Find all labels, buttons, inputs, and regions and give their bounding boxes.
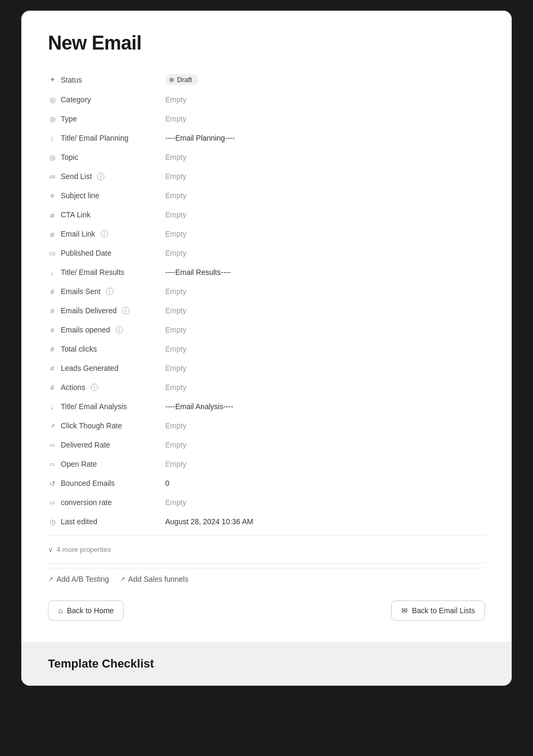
type-value[interactable]: Empty (165, 115, 485, 123)
property-label-subject-line: ≡ Subject line (48, 191, 165, 200)
property-row-last-edited: ◷ Last edited August 28, 2024 10:36 AM (48, 512, 485, 531)
open-rate-value[interactable]: Empty (165, 460, 485, 468)
relation-link-sales-funnels[interactable]: ↗ Add Sales funnels (120, 575, 189, 583)
property-row-title-planning: ↓ Title/ Email Planning ----Email Planni… (48, 128, 485, 148)
property-label-cta-link: ⌀ CTA Link (48, 210, 165, 219)
lines-icon: ≡ (48, 191, 56, 200)
hash-icon-actions: # (48, 383, 56, 392)
clock-icon: ◷ (48, 517, 56, 526)
property-label-status: ✦ Status (48, 76, 165, 84)
title-analysis-value[interactable]: ----Email Analysis---- (165, 402, 485, 411)
topic-value[interactable]: Empty (165, 153, 485, 161)
relation-label-sales-funnels: Add Sales funnels (128, 575, 189, 583)
divider-after-more (48, 563, 485, 564)
property-row-delivered-rate: ▭ Delivered Rate Empty (48, 435, 485, 454)
emails-sent-value[interactable]: Empty (165, 287, 485, 296)
divider-after-properties (48, 535, 485, 536)
category-value[interactable]: Empty (165, 95, 485, 104)
cursor-icon: ↗ (48, 421, 56, 430)
status-dot (169, 78, 174, 82)
type-label-text: Type (61, 115, 77, 123)
title-results-value[interactable]: ----Email Results---- (165, 268, 485, 277)
emails-sent-label-text: Emails Sent (61, 287, 101, 296)
subject-line-label-text: Subject line (61, 191, 99, 200)
leads-generated-value[interactable]: Empty (165, 364, 485, 372)
status-value[interactable]: Draft (165, 74, 485, 85)
back-to-home-button[interactable]: ⌂ Back to Home (48, 600, 124, 621)
bounced-emails-label-text: Bounced Emails (61, 479, 115, 487)
back-to-email-lists-button[interactable]: ✉ Back to Email Lists (391, 600, 485, 621)
download-icon-planning: ↓ (48, 134, 56, 142)
property-label-emails-opened: # Emails opened i (48, 326, 165, 334)
emails-opened-value[interactable]: Empty (165, 326, 485, 334)
property-row-topic: ◎ Topic Empty (48, 148, 485, 167)
click-through-rate-value[interactable]: Empty (165, 421, 485, 430)
actions-label-text: Actions (61, 383, 85, 392)
property-label-emails-delivered: # Emails Delivered i (48, 306, 165, 315)
property-label-published-date: ▭ Published Date (48, 249, 165, 257)
property-row-category: ◎ Category Empty (48, 90, 485, 109)
hash-icon-total-clicks: # (48, 345, 56, 353)
emails-opened-label-text: Emails opened (61, 326, 110, 334)
category-label-text: Category (61, 95, 91, 104)
send-list-value[interactable]: Empty (165, 172, 485, 181)
property-label-leads-generated: # Leads Generated (48, 364, 165, 372)
send-list-info-icon: i (97, 173, 104, 180)
send-list-label-text: Send List (61, 172, 92, 181)
list-icon: ≔ (48, 172, 56, 181)
delivered-rate-value[interactable]: Empty (165, 441, 485, 449)
property-row-actions: # Actions i Empty (48, 378, 485, 397)
conversion-rate-value[interactable]: Empty (165, 498, 485, 507)
property-label-total-clicks: # Total clicks (48, 345, 165, 353)
total-clicks-value[interactable]: Empty (165, 345, 485, 353)
subject-line-value[interactable]: Empty (165, 191, 485, 200)
property-row-send-list: ≔ Send List i Empty (48, 167, 485, 186)
mail-icon: ✉ (401, 606, 408, 615)
last-edited-label-text: Last edited (61, 517, 98, 526)
property-label-conversion-rate: ▭ conversion rate (48, 498, 165, 507)
chevron-down-icon: ∨ (48, 546, 53, 554)
property-label-title-planning: ↓ Title/ Email Planning (48, 134, 165, 142)
cta-link-value[interactable]: Empty (165, 210, 485, 219)
property-row-published-date: ▭ Published Date Empty (48, 243, 485, 263)
delivered-rate-label-text: Delivered Rate (61, 441, 110, 449)
circle-arrow-icon-topic: ◎ (48, 153, 56, 161)
link-icon-cta: ⌀ (48, 210, 56, 219)
refresh-icon: ↺ (48, 479, 56, 487)
property-label-click-through-rate: ↗ Click Though Rate (48, 421, 165, 430)
status-label-text: Status (61, 76, 82, 84)
published-date-value[interactable]: Empty (165, 249, 485, 257)
cta-link-label-text: CTA Link (61, 210, 91, 219)
hash-icon-leads: # (48, 364, 56, 372)
buttons-section: ⌂ Back to Home ✉ Back to Email Lists (48, 590, 485, 626)
more-properties-toggle[interactable]: ∨ 4 more properties (48, 540, 485, 559)
relations-section: ↗ Add A/B Testing ↗ Add Sales funnels (48, 568, 485, 590)
last-edited-value: August 28, 2024 10:36 AM (165, 517, 485, 526)
hash-icon-emails-opened: # (48, 326, 56, 334)
property-row-emails-sent: # Emails Sent i Empty (48, 282, 485, 301)
title-planning-value[interactable]: ----Email Planning---- (165, 134, 485, 142)
link-icon-email: ⌀ (48, 230, 56, 238)
property-row-open-rate: ▭ Open Rate Empty (48, 454, 485, 474)
email-link-value[interactable]: Empty (165, 230, 485, 238)
relation-link-ab-testing[interactable]: ↗ Add A/B Testing (48, 575, 109, 583)
sparkle-icon: ✦ (48, 76, 56, 84)
property-label-emails-sent: # Emails Sent i (48, 287, 165, 296)
property-row-status: ✦ Status Draft (48, 69, 485, 90)
property-row-emails-delivered: # Emails Delivered i Empty (48, 301, 485, 320)
property-row-type: ◎ Type Empty (48, 109, 485, 128)
bounced-emails-value[interactable]: 0 (165, 479, 485, 487)
property-label-topic: ◎ Topic (48, 153, 165, 161)
conversion-icon: ▭ (48, 498, 56, 507)
property-label-title-results: ↓ Title/ Email Results (48, 268, 165, 277)
arrow-icon-ab: ↗ (48, 575, 53, 583)
property-row-email-link: ⌀ Email Link i Empty (48, 224, 485, 243)
actions-info-icon: i (91, 384, 98, 391)
actions-value[interactable]: Empty (165, 383, 485, 392)
property-label-open-rate: ▭ Open Rate (48, 460, 165, 468)
emails-delivered-value[interactable]: Empty (165, 306, 485, 315)
click-through-rate-label-text: Click Though Rate (61, 421, 122, 430)
more-properties-label: 4 more properties (56, 546, 111, 554)
status-badge[interactable]: Draft (165, 74, 198, 85)
emails-delivered-info-icon: i (122, 307, 130, 314)
